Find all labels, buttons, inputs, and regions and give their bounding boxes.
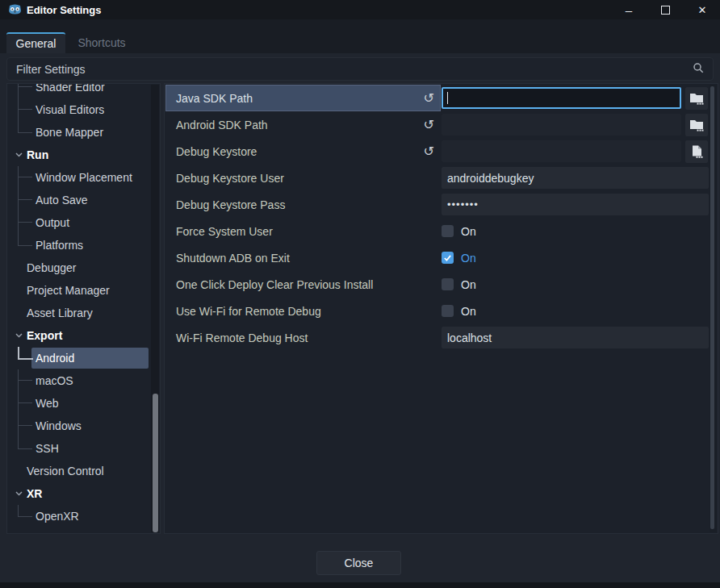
sidebar-item-run[interactable]: Run (7, 144, 151, 166)
sidebar-item-project-manager[interactable]: Project Manager (7, 279, 151, 302)
sidebar-item-web[interactable]: Web (7, 392, 151, 415)
setting-row-debug-keystore: Debug Keystore↺ (165, 138, 718, 165)
setting-label: Force System User (176, 225, 434, 238)
settings-tree-panel: Shader EditorVisual EditorsBone MapperRu… (6, 83, 161, 534)
sidebar-item-label: Run (27, 148, 48, 161)
check-icon (443, 254, 452, 262)
sidebar-item-label: Version Control (27, 465, 104, 477)
sidebar-item-auto-save[interactable]: Auto Save (7, 189, 151, 211)
sidebar-item-platforms[interactable]: Platforms (7, 234, 151, 256)
settings-scrollbar-thumb[interactable] (710, 86, 714, 529)
setting-label-cell[interactable]: Use Wi-Fi for Remote Debug (165, 298, 441, 324)
folder-picker-button[interactable] (685, 114, 708, 136)
chevron-down-icon[interactable] (15, 333, 23, 338)
checkbox-label: On (461, 278, 476, 291)
sidebar-item-android[interactable]: Android (7, 347, 151, 369)
folder-picker-button[interactable] (685, 87, 708, 110)
close-window-button[interactable]: ✕ (684, 0, 720, 19)
setting-label-cell[interactable]: Shutdown ADB on Exit (165, 244, 441, 271)
tree-branch-line (18, 369, 32, 392)
godot-icon (8, 3, 22, 15)
tree-branch-line (18, 234, 32, 246)
tree-branch-line (18, 98, 32, 121)
sidebar-item-label: macOS (36, 374, 73, 387)
sidebar-item-label: Web (36, 397, 59, 410)
revert-icon[interactable]: ↺ (424, 92, 434, 105)
sidebar-item-macos[interactable]: macOS (7, 369, 151, 392)
sidebar-item-asset-library[interactable]: Asset Library (7, 302, 151, 324)
sidebar-item-metadata[interactable]: Metadata (7, 528, 151, 534)
settings-panel: Java SDK Path↺Android SDK Path↺Debug Key… (164, 83, 718, 534)
sidebar-item-bone-mapper[interactable]: Bone Mapper (7, 121, 151, 144)
window-title: Editor Settings (27, 0, 101, 19)
sidebar-item-export[interactable]: Export (7, 324, 151, 347)
bottom-edge (0, 582, 720, 588)
setting-label-cell[interactable]: Debug Keystore Pass (165, 191, 441, 218)
setting-label-cell[interactable]: Debug Keystore User (165, 165, 441, 191)
sidebar-item-windows[interactable]: Windows (7, 415, 151, 437)
tree-branch-line (18, 437, 32, 449)
minimize-button[interactable]: – (610, 0, 647, 19)
file-picker-button[interactable] (685, 140, 708, 163)
revert-icon[interactable]: ↺ (424, 145, 434, 158)
sidebar-item-visual-editors[interactable]: Visual Editors (7, 98, 151, 121)
setting-path-input[interactable] (442, 87, 681, 109)
sidebar-item-output[interactable]: Output (7, 211, 151, 234)
setting-text-input[interactable]: localhost (442, 327, 709, 348)
setting-label: Use Wi-Fi for Remote Debug (176, 305, 434, 318)
setting-label-cell[interactable]: Debug Keystore↺ (165, 138, 441, 165)
sidebar-item-label: Metadata (27, 532, 73, 534)
settings-scrollbar-track[interactable] (710, 85, 717, 532)
sidebar-item-label: SSH (36, 442, 59, 455)
setting-label-cell[interactable]: Force System User (165, 218, 441, 244)
setting-path-input[interactable] (442, 140, 681, 162)
sidebar-item-shader-editor[interactable]: Shader Editor (7, 83, 151, 98)
revert-icon[interactable]: ↺ (424, 119, 434, 131)
tab-general-label: General (16, 37, 57, 50)
editor-settings-window: Editor Settings – ✕ General Shortcuts Fi… (0, 0, 720, 588)
tab-general[interactable]: General (6, 32, 65, 53)
sidebar-item-ssh[interactable]: SSH (7, 437, 151, 460)
sidebar-item-xr[interactable]: XR (7, 482, 151, 505)
setting-path-input[interactable] (442, 114, 681, 136)
setting-label: One Click Deploy Clear Previous Install (176, 278, 434, 291)
checkbox-unchecked[interactable] (442, 278, 454, 290)
checkbox-unchecked[interactable] (442, 225, 454, 237)
close-button[interactable]: Close (316, 551, 401, 575)
setting-label-cell[interactable]: Android SDK Path↺ (165, 111, 441, 138)
setting-password-input[interactable]: ••••••• (442, 194, 709, 215)
sidebar-item-debugger[interactable]: Debugger (7, 256, 151, 279)
chevron-down-icon[interactable] (15, 491, 23, 496)
text-caret (447, 92, 448, 104)
tab-shortcuts-label: Shortcuts (77, 36, 125, 49)
sidebar-item-version-control[interactable]: Version Control (7, 460, 151, 482)
setting-value-cell: androiddebugkey (442, 165, 709, 191)
setting-value-cell (442, 85, 708, 111)
setting-value-cell: On (442, 218, 476, 244)
setting-label: Java SDK Path (176, 92, 421, 105)
setting-text-input[interactable]: androiddebugkey (442, 167, 709, 189)
sidebar-item-openxr[interactable]: OpenXR (7, 505, 151, 528)
checkbox-unchecked[interactable] (442, 305, 454, 317)
tab-bar: General Shortcuts (0, 19, 720, 53)
tab-shortcuts[interactable]: Shortcuts (65, 32, 138, 53)
setting-label: Debug Keystore Pass (176, 198, 434, 211)
setting-row-android-sdk-path: Android SDK Path↺ (165, 111, 718, 138)
maximize-button[interactable] (647, 0, 684, 19)
setting-row-wi-fi-remote-debug-host: Wi-Fi Remote Debug Hostlocalhost (165, 324, 718, 351)
setting-row-force-system-user: Force System UserOn (165, 218, 718, 244)
setting-label-cell[interactable]: Wi-Fi Remote Debug Host (165, 324, 441, 351)
filter-settings-input[interactable]: Filter Settings (6, 57, 714, 81)
maximize-icon (661, 6, 670, 15)
setting-value-cell: ••••••• (442, 191, 709, 218)
checkbox-checked[interactable] (442, 252, 454, 264)
setting-value-cell (442, 138, 708, 165)
sidebar-item-window-placement[interactable]: Window Placement (7, 166, 151, 189)
folder-picker-icon (689, 119, 704, 131)
setting-value-cell: On (442, 298, 476, 324)
setting-label-cell[interactable]: Java SDK Path↺ (165, 85, 441, 111)
setting-row-java-sdk-path: Java SDK Path↺ (165, 85, 718, 111)
chevron-down-icon[interactable] (15, 152, 23, 157)
sidebar-scrollbar-thumb[interactable] (153, 394, 158, 532)
setting-label-cell[interactable]: One Click Deploy Clear Previous Install (165, 271, 441, 298)
